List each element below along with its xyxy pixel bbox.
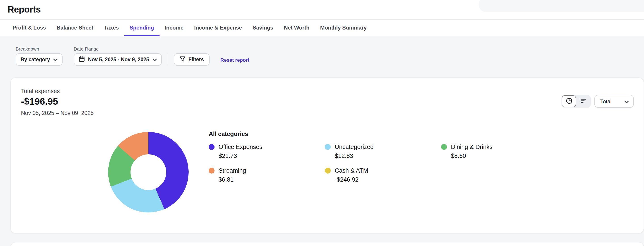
calendar-icon — [79, 56, 85, 63]
bar-chart-toggle-button[interactable] — [576, 96, 590, 107]
total-expenses-label: Total expenses — [21, 88, 94, 94]
bar-chart-icon — [580, 97, 586, 105]
reports-page: Reports Profit & Loss Balance Sheet Taxe… — [0, 0, 644, 246]
breakdown-value: By category — [20, 57, 50, 62]
reset-report-link[interactable]: Reset report — [220, 57, 250, 63]
breakdown-group: Breakdown By category — [16, 46, 62, 66]
legend-item-name: Dining & Drinks — [451, 143, 492, 151]
date-range-group: Date Range Nov 5, 2025 - Nov 9, 2025 — [74, 46, 162, 66]
total-view-value: Total — [600, 98, 612, 104]
summary-date-range: Nov 05, 2025 – Nov 09, 2025 — [21, 110, 94, 116]
tab-balance-sheet[interactable]: Balance Sheet — [51, 20, 98, 36]
top-right-panel — [479, 0, 644, 12]
legend-item-office-expenses: Office Expenses $21.73 — [209, 143, 325, 160]
breakdown-label: Breakdown — [16, 46, 62, 52]
legend-item-name: Uncategorized — [335, 143, 374, 151]
legend-item-uncategorized: Uncategorized $12.83 — [325, 143, 441, 160]
legend-item-cash-atm: Cash & ATM -$246.92 — [325, 167, 441, 183]
donut-chart[interactable] — [108, 132, 188, 212]
filter-funnel-icon — [180, 56, 185, 63]
legend-item-value: $6.81 — [218, 176, 246, 183]
pie-chart-toggle-button[interactable] — [562, 96, 576, 107]
legend-color-dot — [325, 168, 331, 173]
filters-button[interactable]: Filters — [174, 53, 210, 66]
legend-color-dot — [325, 144, 331, 150]
filters-button-label: Filters — [188, 57, 204, 62]
chart-type-toggle — [561, 95, 591, 108]
tab-income[interactable]: Income — [159, 20, 189, 36]
tab-savings[interactable]: Savings — [247, 20, 279, 36]
spending-summary-card: Total expenses -$196.95 Nov 05, 2025 – N… — [10, 77, 644, 233]
donut-hole — [130, 154, 166, 190]
next-report-card — [10, 242, 644, 246]
legend-item-streaming: Streaming $6.81 — [209, 167, 325, 183]
top-bar: Reports — [0, 0, 644, 19]
total-expenses-amount: -$196.95 — [21, 96, 94, 107]
report-tabs: Profit & Loss Balance Sheet Taxes Spendi… — [0, 19, 644, 36]
filter-divider — [167, 53, 168, 66]
chart-legend: All categories Office Expenses $21.73 Un… — [209, 131, 557, 183]
pie-chart-icon — [566, 97, 572, 105]
tab-monthly-summary[interactable]: Monthly Summary — [315, 20, 372, 36]
chevron-down-icon — [152, 57, 157, 62]
tab-profit-and-loss[interactable]: Profit & Loss — [7, 20, 51, 36]
legend-color-dot — [209, 144, 214, 150]
legend-item-dining-drinks: Dining & Drinks $8.60 — [441, 143, 557, 160]
tab-taxes[interactable]: Taxes — [98, 20, 124, 36]
legend-item-value: -$246.92 — [335, 176, 368, 183]
total-view-select[interactable]: Total — [594, 95, 634, 108]
tab-spending[interactable]: Spending — [124, 20, 159, 36]
breakdown-dropdown[interactable]: By category — [16, 53, 62, 66]
legend-title: All categories — [209, 131, 557, 137]
chevron-down-icon — [624, 98, 629, 104]
legend-item-value: $12.83 — [335, 152, 374, 160]
totals-block: Total expenses -$196.95 Nov 05, 2025 – N… — [21, 88, 94, 116]
legend-item-name: Streaming — [218, 167, 246, 174]
report-content: Breakdown By category Date Range Nov 5, … — [0, 36, 644, 246]
legend-item-name: Office Expenses — [218, 143, 262, 151]
legend-color-dot — [209, 168, 214, 173]
chart-controls: Total — [561, 95, 634, 108]
legend-item-name: Cash & ATM — [335, 167, 368, 174]
date-range-dropdown[interactable]: Nov 5, 2025 - Nov 9, 2025 — [74, 53, 162, 66]
legend-grid: Office Expenses $21.73 Uncategorized $12… — [209, 143, 557, 183]
legend-item-value: $8.60 — [451, 152, 492, 160]
tab-net-worth[interactable]: Net Worth — [279, 20, 315, 36]
date-range-label: Date Range — [74, 46, 162, 52]
legend-item-value: $21.73 — [218, 152, 262, 160]
date-range-value: Nov 5, 2025 - Nov 9, 2025 — [88, 57, 149, 62]
filter-bar: Breakdown By category Date Range Nov 5, … — [0, 36, 644, 66]
tab-income-and-expense[interactable]: Income & Expense — [189, 20, 247, 36]
legend-color-dot — [441, 144, 447, 150]
chevron-down-icon — [53, 57, 58, 62]
